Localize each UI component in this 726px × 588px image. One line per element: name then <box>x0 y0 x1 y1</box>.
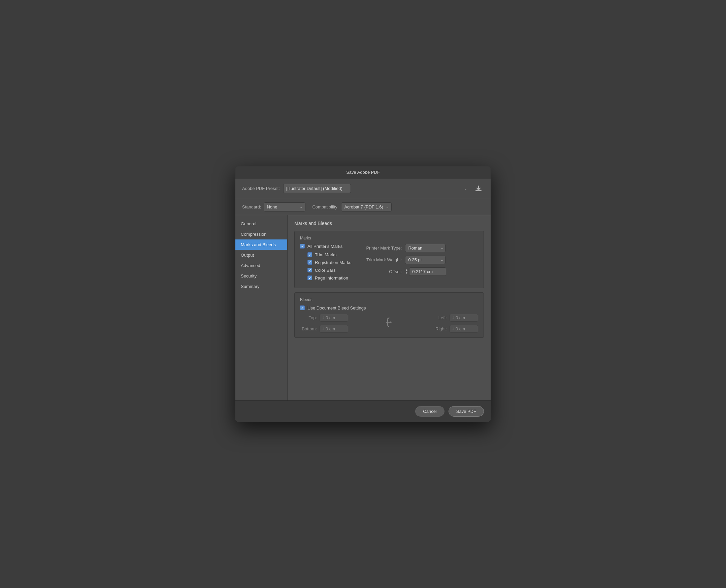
top-bleed-field: Top: ⇕ <box>300 314 348 322</box>
offset-spinner-wrapper: ▲ ▼ <box>405 267 446 276</box>
preset-label: Adobe PDF Preset: <box>242 186 280 191</box>
trim-mark-weight-label: Trim Mark Weight: <box>358 257 402 262</box>
standard-select-wrapper[interactable]: None PDF/X-1a:2001 PDF/X-3:2002 PDF/X-4:… <box>264 203 305 211</box>
top-input[interactable] <box>326 315 346 320</box>
offset-increment[interactable]: ▲ <box>405 269 408 271</box>
sidebar-item-security[interactable]: Security <box>235 271 287 281</box>
bleeds-left-fields: Top: ⇕ Bottom: ⇕ <box>300 314 348 333</box>
top-label: Top: <box>300 315 317 320</box>
compatibility-group: Compatibility: Acrobat 4 (PDF 1.3) Acrob… <box>312 203 392 211</box>
right-bleed-field: Right: ⇕ <box>430 325 478 333</box>
save-pdf-button[interactable]: Save PDF <box>449 406 484 417</box>
cancel-button[interactable]: Cancel <box>415 406 444 417</box>
trim-mark-weight-select[interactable]: 0.125 pt 0.25 pt 0.50 pt 1 pt <box>405 256 446 264</box>
sidebar-item-marks-bleeds[interactable]: Marks and Bleeds <box>235 239 287 250</box>
all-printers-marks-row: All Printer's Marks <box>300 244 351 249</box>
panel-title: Marks and Bleeds <box>294 220 484 226</box>
standard-select[interactable]: None PDF/X-1a:2001 PDF/X-3:2002 PDF/X-4:… <box>264 203 305 211</box>
offset-decrement[interactable]: ▼ <box>405 272 408 274</box>
title-bar: Save Adobe PDF <box>235 166 491 178</box>
bleeds-section: Bleeds Use Document Bleed Settings Top: … <box>294 292 484 338</box>
printer-mark-type-select[interactable]: Roman J Mark Style 1 J Mark Style 2 J Ma… <box>405 244 446 252</box>
save-pdf-dialog: Save Adobe PDF Adobe PDF Preset: [Illust… <box>235 166 491 422</box>
marks-section: Marks All Printer's Marks Trim Marks <box>294 231 484 288</box>
compatibility-label: Compatibility: <box>312 205 338 209</box>
bottom-input-wrapper[interactable]: ⇕ <box>320 325 348 333</box>
printer-mark-type-label: Printer Mark Type: <box>358 246 402 251</box>
dialog-title: Save Adobe PDF <box>346 170 380 175</box>
trim-marks-label[interactable]: Trim Marks <box>315 252 337 257</box>
bottom-input[interactable] <box>326 326 346 331</box>
all-printers-marks-label[interactable]: All Printer's Marks <box>307 244 342 249</box>
standard-group: Standard: None PDF/X-1a:2001 PDF/X-3:200… <box>242 203 305 211</box>
right-input-wrapper[interactable]: ⇕ <box>450 325 478 333</box>
left-label: Left: <box>430 315 447 320</box>
compatibility-select[interactable]: Acrobat 4 (PDF 1.3) Acrobat 5 (PDF 1.4) … <box>341 203 392 211</box>
trim-mark-weight-wrapper[interactable]: 0.125 pt 0.25 pt 0.50 pt 1 pt <box>405 256 446 264</box>
bleeds-section-title: Bleeds <box>300 297 478 302</box>
left-bleed-field: Left: ⇕ <box>430 314 478 322</box>
main-content: General Compression Marks and Bleeds Out… <box>235 215 491 400</box>
compatibility-select-wrapper[interactable]: Acrobat 4 (PDF 1.3) Acrobat 5 (PDF 1.4) … <box>341 203 392 211</box>
trim-mark-weight-row: Trim Mark Weight: 0.125 pt 0.25 pt 0.50 … <box>358 256 478 264</box>
offset-input[interactable] <box>409 267 446 276</box>
dialog-footer: Cancel Save PDF <box>235 400 491 422</box>
preset-bar: Adobe PDF Preset: [Illustrator Default] … <box>235 178 491 199</box>
page-information-row: Page Information <box>307 275 351 280</box>
preset-dropdown-wrapper[interactable]: [Illustrator Default] (Modified) <box>283 184 470 193</box>
registration-marks-row: Registration Marks <box>307 260 351 265</box>
sidebar-item-summary[interactable]: Summary <box>235 281 287 292</box>
trim-marks-row: Trim Marks <box>307 252 351 257</box>
download-icon[interactable] <box>473 183 484 194</box>
right-input[interactable] <box>455 326 476 331</box>
bleeds-right-fields: Left: ⇕ Right: ⇕ <box>430 314 478 333</box>
marks-right: Printer Mark Type: Roman J Mark Style 1 … <box>358 244 478 283</box>
bleeds-fields: Top: ⇕ Bottom: ⇕ <box>300 314 478 333</box>
link-icon <box>386 316 393 331</box>
color-bars-label[interactable]: Color Bars <box>315 268 335 273</box>
registration-marks-checkbox[interactable] <box>307 260 312 265</box>
marks-bleeds-panel: Marks and Bleeds Marks All Printer's Mar… <box>287 215 491 400</box>
all-printers-marks-checkbox[interactable] <box>300 244 305 249</box>
printer-mark-type-wrapper[interactable]: Roman J Mark Style 1 J Mark Style 2 J Ma… <box>405 244 446 252</box>
offset-row: Offset: ▲ ▼ <box>358 267 478 276</box>
left-input[interactable] <box>455 315 476 320</box>
sidebar-item-output[interactable]: Output <box>235 250 287 260</box>
printer-mark-type-row: Printer Mark Type: Roman J Mark Style 1 … <box>358 244 478 252</box>
offset-spinner-arrows: ▲ ▼ <box>405 269 408 274</box>
sidebar-item-compression[interactable]: Compression <box>235 229 287 239</box>
preset-select[interactable]: [Illustrator Default] (Modified) <box>283 184 351 193</box>
page-information-checkbox[interactable] <box>307 275 312 280</box>
trim-marks-checkbox[interactable] <box>307 252 312 257</box>
bottom-bleed-field: Bottom: ⇕ <box>300 325 348 333</box>
standard-bar: Standard: None PDF/X-1a:2001 PDF/X-3:200… <box>235 199 491 215</box>
sidebar: General Compression Marks and Bleeds Out… <box>235 215 287 400</box>
page-information-label[interactable]: Page Information <box>315 275 348 280</box>
use-document-bleed-label[interactable]: Use Document Bleed Settings <box>307 306 366 311</box>
marks-left: All Printer's Marks Trim Marks Registrat… <box>300 244 351 283</box>
left-input-wrapper[interactable]: ⇕ <box>450 314 478 322</box>
top-input-wrapper[interactable]: ⇕ <box>320 314 348 322</box>
marks-section-title: Marks <box>300 236 478 240</box>
right-label: Right: <box>430 326 447 331</box>
sidebar-item-advanced[interactable]: Advanced <box>235 260 287 271</box>
registration-marks-label[interactable]: Registration Marks <box>315 260 351 265</box>
svg-rect-0 <box>475 190 482 191</box>
marks-grid: All Printer's Marks Trim Marks Registrat… <box>300 244 478 283</box>
use-document-bleed-row: Use Document Bleed Settings <box>300 306 478 311</box>
bottom-label: Bottom: <box>300 326 317 331</box>
color-bars-row: Color Bars <box>307 268 351 273</box>
color-bars-checkbox[interactable] <box>307 268 312 272</box>
offset-label: Offset: <box>358 269 402 274</box>
use-document-bleed-checkbox[interactable] <box>300 306 305 310</box>
standard-label: Standard: <box>242 205 261 209</box>
sidebar-item-general[interactable]: General <box>235 218 287 229</box>
